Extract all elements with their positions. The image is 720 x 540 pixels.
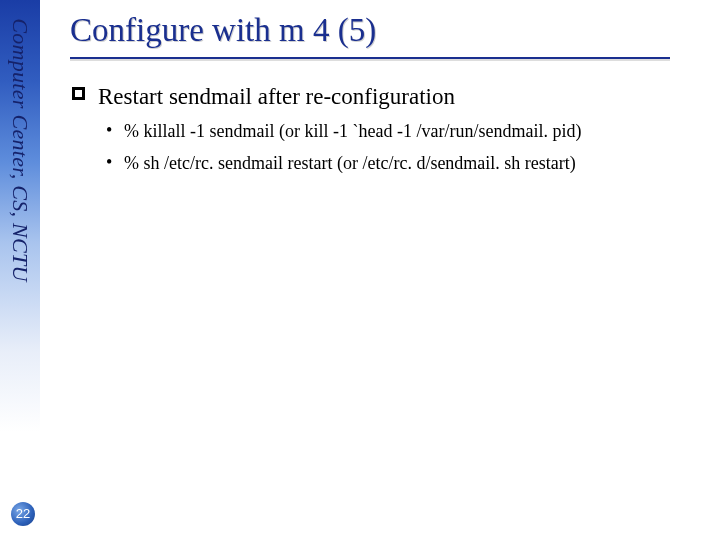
bullet-level2: % killall -1 sendmail (or kill -1 `head … [70, 118, 710, 146]
bullet-level1: Restart sendmail after re-configuration [70, 81, 710, 112]
slide-title: Configure with m 4 (5) [70, 12, 710, 49]
title-underline [70, 57, 670, 59]
sidebar-gradient: Computer Center, CS, NCTU [0, 0, 40, 540]
slide: Computer Center, CS, NCTU 22 Configure w… [0, 0, 720, 540]
page-number-badge: 22 [11, 502, 35, 526]
content-area: Configure with m 4 (5) Restart sendmail … [70, 0, 710, 540]
sidebar-org-label: Computer Center, CS, NCTU [7, 18, 33, 282]
body: Restart sendmail after re-configuration … [70, 81, 710, 178]
bullet-level2: % sh /etc/rc. sendmail restart (or /etc/… [70, 150, 710, 178]
